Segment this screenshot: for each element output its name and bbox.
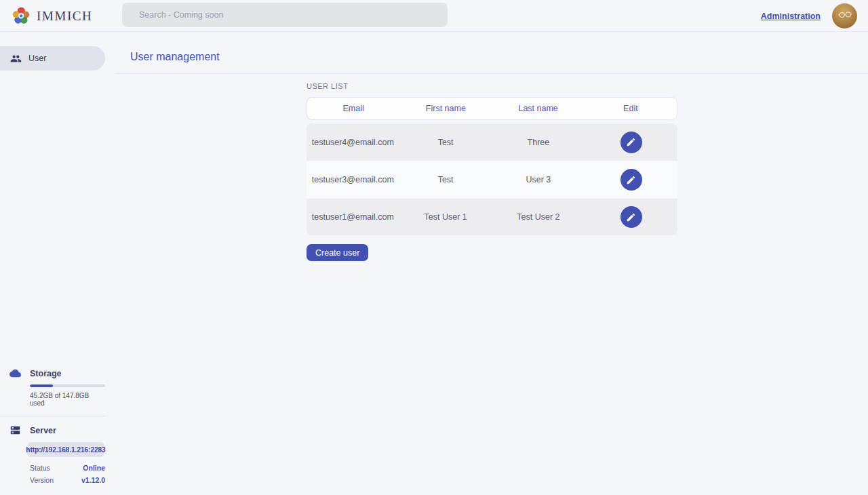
cell-edit (585, 169, 677, 191)
server-version-label: Version (30, 476, 54, 484)
sidebar-item-user[interactable]: User (0, 46, 105, 71)
column-header-email: Email (307, 104, 399, 113)
users-icon (10, 53, 22, 64)
cloud-icon (9, 368, 21, 379)
server-title: Server (30, 426, 56, 435)
cell-last-name: Test User 2 (492, 212, 585, 222)
server-icon (9, 424, 21, 436)
edit-user-button[interactable] (620, 132, 642, 153)
sidebar-divider (0, 416, 105, 416)
sidebar-footer: Storage 45.2GB of 147.8GB used Server ht… (0, 368, 115, 495)
server-status-value: Online (83, 464, 105, 472)
server-status-row: Status Online (30, 464, 105, 472)
user-list-label: USER LIST (307, 82, 677, 90)
cell-first-name: Test User 1 (399, 212, 492, 222)
search-bar (122, 3, 448, 27)
cell-first-name: Test (399, 175, 492, 184)
column-header-last-name: Last name (492, 104, 585, 113)
sidebar-item-label: User (28, 54, 46, 63)
cell-email: testuser3@email.com (307, 175, 399, 184)
pencil-icon (626, 137, 636, 147)
edit-user-button[interactable] (620, 206, 642, 228)
cell-email: testuser4@email.com (307, 138, 399, 147)
brand-wordmark: IMMICH (37, 9, 92, 24)
page-title: User management (130, 51, 868, 63)
user-table-body: testuser4@email.com Test Three testuser3… (307, 123, 677, 235)
glasses-icon (836, 5, 854, 23)
cell-edit (585, 132, 677, 153)
server-version-value: v1.12.0 (81, 476, 105, 484)
pencil-icon (626, 175, 636, 185)
table-row: testuser1@email.com Test User 1 Test Use… (307, 198, 677, 235)
table-row: testuser4@email.com Test Three (307, 123, 677, 161)
navbar-right: Administration (761, 0, 857, 32)
user-avatar[interactable] (832, 3, 857, 28)
storage-progress-fill (30, 384, 53, 387)
storage-section-header: Storage (9, 368, 105, 379)
server-section-header: Server (9, 424, 105, 436)
table-row: testuser3@email.com Test User 3 (307, 161, 677, 198)
server-url-badge: http://192.168.1.216:2283 (27, 442, 104, 457)
title-divider (115, 73, 868, 74)
user-table-header: Email First name Last name Edit (307, 97, 677, 120)
storage-title: Storage (30, 369, 62, 378)
column-header-first-name: First name (399, 104, 492, 113)
server-status-label: Status (30, 464, 50, 472)
cell-last-name: Three (492, 138, 585, 147)
main-content: User management USER LIST Email First na… (115, 32, 868, 495)
cell-email: testuser1@email.com (307, 212, 399, 222)
edit-user-button[interactable] (620, 169, 642, 191)
column-header-edit: Edit (585, 104, 677, 113)
immich-logo-icon (12, 7, 31, 25)
server-version-row: Version v1.12.0 (30, 476, 105, 484)
search-input[interactable] (122, 3, 448, 27)
brand[interactable]: IMMICH (12, 5, 92, 26)
administration-link[interactable]: Administration (761, 12, 821, 21)
sidebar: User Storage 45.2GB of 147.8GB used Serv… (0, 32, 115, 495)
cell-last-name: User 3 (492, 175, 585, 184)
cell-first-name: Test (399, 138, 492, 147)
storage-progress-bar (30, 384, 105, 387)
pencil-icon (626, 212, 636, 222)
cell-edit (585, 206, 677, 228)
create-user-button[interactable]: Create user (307, 244, 368, 261)
user-list-section: USER LIST Email First name Last name Edi… (307, 82, 677, 261)
storage-usage-text: 45.2GB of 147.8GB used (30, 392, 105, 407)
top-navbar: IMMICH Administration (0, 0, 868, 32)
